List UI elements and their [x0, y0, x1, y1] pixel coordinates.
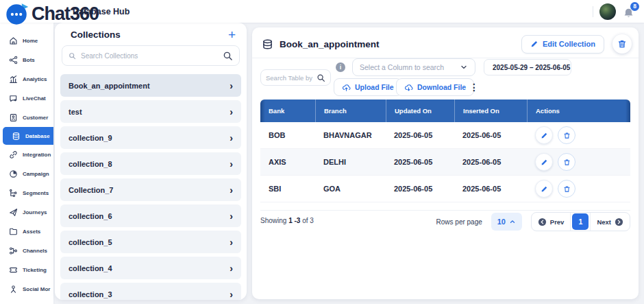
sidebar-item-label: Ticketing — [23, 267, 47, 273]
segments-icon — [9, 189, 18, 198]
delete-collection-button[interactable] — [612, 34, 632, 54]
add-collection-button[interactable]: + — [228, 28, 236, 41]
home-icon — [9, 36, 18, 45]
next-label: Next — [597, 218, 611, 226]
pagination: Rows per page 10 Prev 1 Next — [436, 212, 630, 231]
column-header: Branch — [315, 100, 386, 122]
sidebar-item-label: Assets — [23, 229, 40, 235]
collections-list: Book_an_appointment› test› collection_9›… — [60, 74, 241, 300]
cell-actions — [527, 153, 630, 171]
sidebar-item-segments[interactable]: Segments — [0, 183, 53, 202]
delete-row-button[interactable] — [558, 180, 575, 198]
collection-name: test — [69, 108, 82, 116]
cell-actions — [527, 180, 630, 198]
sidebar-item-home[interactable]: Home — [0, 31, 53, 50]
bots-icon — [9, 56, 18, 65]
sidebar-item-customer[interactable]: Customer — [0, 108, 53, 127]
collection-item[interactable]: collection_9› — [60, 126, 241, 149]
folder-icon — [9, 227, 18, 236]
pencil-icon — [541, 132, 548, 139]
collection-item[interactable]: collection_6› — [60, 204, 241, 227]
sidebar-item-label: Analytics — [23, 76, 47, 82]
showing-prefix: Showing — [260, 217, 288, 224]
collection-name: Book_an_appointment — [69, 82, 150, 90]
cell-inserted-on: 2025-06-05 — [454, 131, 527, 139]
collections-panel: Collections + Book_an_appointment› test›… — [55, 23, 247, 300]
collection-item[interactable]: Book_an_appointment› — [60, 74, 241, 97]
search-icon[interactable] — [317, 73, 325, 82]
database-hub-screen: Collections + Book_an_appointment› test›… — [0, 0, 644, 304]
upload-file-button[interactable]: Upload File — [334, 78, 402, 96]
collections-search-input[interactable] — [81, 52, 218, 60]
table-header-row: Bank Branch Updated On Inserted On Actio… — [260, 100, 630, 122]
sidebar-item-analytics[interactable]: Analytics — [0, 69, 53, 89]
chevron-right-icon: › — [230, 133, 233, 143]
ticket-icon — [9, 266, 18, 274]
sidebar-item-label: Bots — [23, 57, 35, 63]
edit-row-button[interactable] — [535, 153, 553, 171]
table-search-input[interactable] — [266, 74, 314, 82]
sidebar-item-livechat[interactable]: LiveChat — [0, 89, 53, 108]
rows-per-page-select[interactable]: 10 — [491, 213, 522, 231]
date-range-picker[interactable]: 2025-05-29 – 2025-06-05 — [484, 59, 571, 75]
notification-badge: 8 — [630, 2, 639, 11]
collection-item[interactable]: collection_8› — [60, 152, 241, 175]
search-icon — [69, 52, 76, 60]
chevron-right-icon: › — [230, 159, 233, 169]
sidebar-item-bots[interactable]: Bots — [0, 50, 53, 69]
next-page-button[interactable]: Next — [590, 213, 630, 231]
sidebar-item-channels[interactable]: Channels — [0, 241, 53, 260]
info-icon[interactable]: i — [336, 62, 345, 72]
data-table: Bank Branch Updated On Inserted On Actio… — [260, 100, 630, 202]
collection-name: collection_3 — [69, 290, 112, 299]
sidebar-item-journeys[interactable]: Journeys — [0, 202, 53, 222]
edit-row-button[interactable] — [535, 180, 553, 198]
download-file-button[interactable]: Download File — [396, 78, 474, 96]
brand-logo[interactable]: Chat360 — [4, 1, 99, 27]
sidebar-item-social[interactable]: Social Mor — [0, 279, 53, 299]
sidebar-item-integration[interactable]: Integration — [0, 145, 53, 164]
showing-summary: Showing 1 -3 of 3 — [260, 217, 314, 224]
link-icon — [9, 150, 18, 159]
sidebar: Home Bots Analytics LiveChat Customer Da… — [0, 23, 53, 304]
table-search[interactable] — [260, 69, 331, 86]
search-icon[interactable] — [223, 51, 233, 61]
notifications[interactable]: 8 — [622, 3, 637, 21]
more-options-icon[interactable]: ⋮ — [469, 78, 480, 96]
cell-inserted-on: 2025-06-05 — [454, 158, 527, 166]
prev-page-button[interactable]: Prev — [532, 213, 571, 231]
collection-name: collection_5 — [69, 238, 112, 246]
customer-icon — [9, 113, 18, 122]
collection-item[interactable]: collection_5› — [60, 231, 241, 253]
chevron-right-icon: › — [230, 264, 233, 273]
pencil-icon — [530, 40, 538, 48]
sidebar-item-assets[interactable]: Assets — [0, 222, 53, 241]
current-page-button[interactable]: 1 — [572, 213, 589, 230]
avatar[interactable] — [599, 3, 616, 20]
divider — [593, 6, 593, 17]
collection-name: collection_8 — [69, 160, 112, 168]
edit-row-button[interactable] — [535, 126, 553, 144]
delete-row-button[interactable] — [558, 153, 575, 171]
collection-item[interactable]: collection_4› — [60, 257, 241, 279]
collection-name: collection_6 — [69, 212, 112, 220]
cell-actions — [527, 126, 630, 144]
cell-updated-on: 2025-06-05 — [386, 185, 454, 193]
delete-row-button[interactable] — [558, 126, 575, 144]
journeys-icon — [9, 208, 18, 217]
collection-item[interactable]: test› — [60, 100, 241, 123]
column-search-select[interactable]: Select a Column to search — [352, 58, 475, 76]
analytics-icon — [9, 75, 18, 84]
collection-item[interactable]: collection_3› — [60, 283, 241, 300]
sidebar-item-ticketing[interactable]: Ticketing — [0, 260, 53, 279]
edit-collection-button[interactable]: Edit Collection — [521, 35, 604, 54]
collections-search[interactable] — [62, 45, 240, 66]
cell-updated-on: 2025-06-05 — [386, 158, 454, 166]
prev-label: Prev — [550, 218, 565, 226]
sidebar-item-database[interactable]: Database — [3, 127, 53, 145]
sidebar-item-campaign[interactable]: Campaign — [0, 164, 53, 183]
chat360-logo-icon — [4, 1, 30, 27]
sidebar-item-label: Database — [25, 133, 50, 139]
collection-item[interactable]: Collection_7› — [60, 178, 241, 201]
download-file-label: Download File — [417, 83, 466, 91]
